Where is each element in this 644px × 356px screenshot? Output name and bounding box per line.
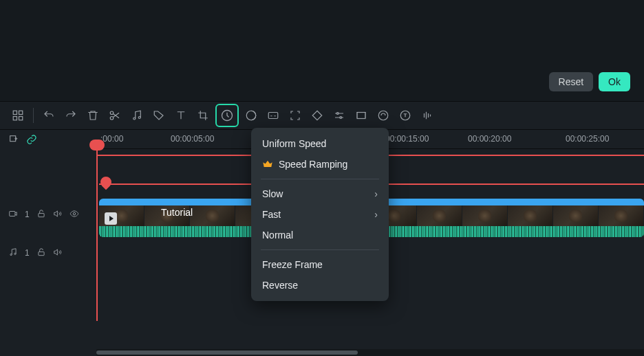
menu-separator: [261, 249, 379, 250]
video-track-index: 1: [25, 210, 30, 219]
lock-icon[interactable]: [36, 209, 46, 221]
clip-label: Tutorial: [161, 207, 193, 218]
mute-icon[interactable]: [53, 247, 63, 259]
menu-normal[interactable]: Normal: [251, 225, 389, 245]
tag-icon[interactable]: [149, 106, 169, 125]
speed-icon[interactable]: [215, 104, 239, 127]
text-circle-icon[interactable]: [396, 106, 415, 125]
caption-icon[interactable]: [264, 106, 283, 125]
svg-point-5: [110, 117, 114, 120]
menu-speed-ramping[interactable]: Speed Ramping: [251, 154, 389, 175]
ruler-mark: 00:00:20:00: [468, 134, 511, 144]
add-track-icon[interactable]: [8, 134, 19, 147]
visibility-icon[interactable]: [69, 209, 79, 221]
timeline-toolbar: [0, 101, 644, 130]
svg-rect-3: [19, 117, 23, 120]
video-track-icon: [8, 209, 18, 221]
action-bar: Reset Ok: [549, 72, 630, 91]
grid-icon[interactable]: [8, 106, 28, 125]
track-headers: 1 1: [0, 130, 96, 356]
stabilize-icon[interactable]: [374, 106, 393, 125]
lock-icon[interactable]: [36, 247, 46, 259]
svg-rect-1: [19, 111, 23, 114]
menu-freeze-frame[interactable]: Freeze Frame: [251, 254, 389, 275]
menu-uniform-speed[interactable]: Uniform Speed: [251, 133, 389, 154]
undo-icon[interactable]: [39, 106, 58, 125]
svg-rect-13: [357, 113, 365, 119]
clip-play-handle[interactable]: [105, 212, 117, 225]
audio-track-index: 1: [25, 248, 30, 258]
scrollbar-thumb[interactable]: [96, 351, 358, 355]
text-icon[interactable]: [171, 106, 191, 125]
menu-reverse[interactable]: Reverse: [251, 275, 389, 296]
crown-icon: [262, 159, 273, 170]
horizontal-scrollbar[interactable]: [96, 349, 644, 356]
svg-point-20: [10, 254, 12, 255]
video-track-header: 1: [0, 197, 96, 232]
ok-button[interactable]: Ok: [599, 72, 630, 91]
mute-icon[interactable]: [53, 209, 63, 221]
svg-rect-22: [39, 252, 44, 255]
color-icon[interactable]: [242, 106, 261, 125]
svg-rect-17: [10, 211, 15, 216]
keyframe-icon[interactable]: [308, 106, 327, 125]
menu-fast[interactable]: Fast›: [251, 204, 389, 225]
ruler-mark: 00:00:15:00: [385, 134, 429, 144]
separator: [33, 108, 34, 123]
svg-rect-18: [39, 213, 44, 216]
svg-point-7: [138, 117, 140, 119]
preview-panel: Reset Ok: [0, 0, 644, 101]
cut-icon[interactable]: [105, 106, 125, 125]
speed-context-menu: Uniform Speed Speed Ramping Slow› Fast› …: [251, 128, 389, 301]
reset-button[interactable]: Reset: [549, 72, 594, 91]
adjust-icon[interactable]: [330, 106, 349, 125]
delete-icon[interactable]: [83, 106, 103, 125]
menu-slow[interactable]: Slow›: [251, 183, 389, 204]
audio-track-icon: [8, 247, 18, 259]
crop-icon[interactable]: [193, 106, 213, 125]
svg-point-4: [110, 111, 114, 115]
playhead[interactable]: [96, 149, 98, 321]
link-icon[interactable]: [26, 134, 37, 147]
chevron-right-icon: ›: [374, 188, 378, 199]
focus-icon[interactable]: [286, 106, 305, 125]
svg-rect-2: [13, 117, 17, 120]
ruler-mark: 00:00:25:00: [566, 134, 609, 144]
audio-track-header: 1: [0, 239, 96, 267]
frame-icon[interactable]: [352, 106, 371, 125]
svg-point-6: [133, 118, 136, 120]
audio-fx-icon[interactable]: [418, 106, 437, 125]
chevron-right-icon: ›: [374, 209, 378, 220]
svg-point-19: [73, 212, 76, 215]
svg-rect-10: [268, 113, 278, 119]
svg-rect-0: [13, 111, 17, 114]
music-icon[interactable]: [127, 106, 147, 125]
svg-point-14: [378, 111, 388, 120]
menu-separator: [261, 179, 379, 179]
ruler-mark: 00:00:05:00: [171, 134, 214, 144]
redo-icon[interactable]: [61, 106, 80, 125]
svg-point-21: [14, 253, 16, 254]
timeline-controls: [0, 130, 96, 151]
